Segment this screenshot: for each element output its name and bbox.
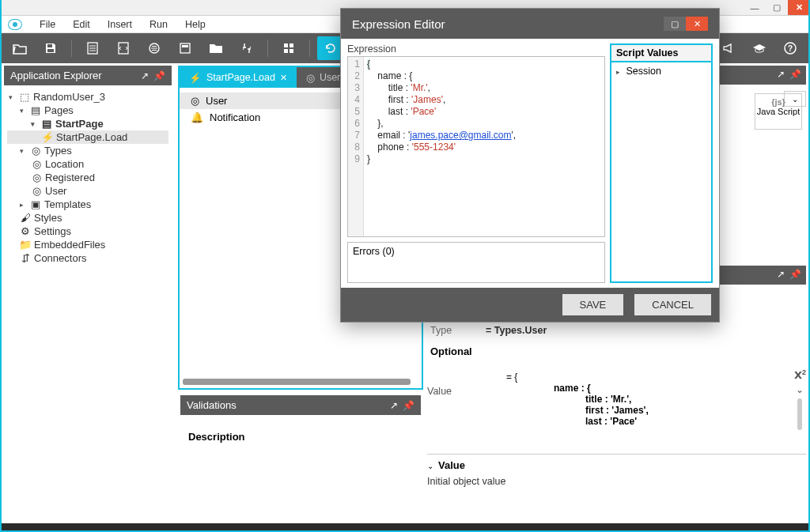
- tree-root[interactable]: ▾⬚RandomUser_3: [7, 90, 168, 104]
- tree-pages[interactable]: ▾▤Pages: [7, 104, 168, 117]
- section-value-header[interactable]: Value: [438, 459, 465, 471]
- pin-icon[interactable]: 📌: [153, 70, 165, 81]
- tree-settings[interactable]: ⚙Settings: [7, 224, 168, 238]
- type-icon: ◎: [31, 186, 42, 197]
- tree-startpage[interactable]: ▾▤StartPage: [7, 117, 168, 130]
- template-icon: ▣: [30, 199, 41, 210]
- tree-startpage-load[interactable]: ⚡StartPage.Load: [7, 130, 168, 144]
- js-badge-icon: {js}: [771, 97, 785, 107]
- pin-icon[interactable]: 📌: [789, 69, 801, 80]
- optional-label: Optional: [427, 341, 806, 362]
- dialog-close-button[interactable]: ✕: [686, 17, 708, 31]
- bolt-icon: ⚡: [189, 72, 202, 84]
- connector-icon: ⇵: [20, 253, 31, 264]
- page-icon: ▤: [30, 105, 41, 116]
- app-logo-icon: [8, 19, 22, 30]
- close-tab-icon[interactable]: ✕: [280, 73, 287, 83]
- cancel-button[interactable]: CANCEL: [634, 294, 711, 315]
- validations-description-label: Description: [188, 431, 245, 443]
- expression-code-editor[interactable]: 123456789 { name : { title : 'Mr.', firs…: [347, 56, 605, 237]
- pin-icon[interactable]: 📌: [789, 269, 801, 280]
- save-button[interactable]: SAVE: [562, 294, 624, 315]
- prop-type-label: Type: [430, 325, 470, 336]
- tree-type-registered[interactable]: ◎Registered: [7, 171, 168, 184]
- tree-embedded[interactable]: 📁EmbeddedFiles: [7, 238, 168, 251]
- javascript-tile[interactable]: {js}Java Script: [755, 93, 802, 130]
- script-value-session[interactable]: ▸ Session: [616, 66, 706, 77]
- type-icon: ◎: [31, 172, 42, 183]
- dialog-maximize-button[interactable]: ▢: [664, 17, 686, 31]
- value-preview[interactable]: = { name : { title : 'Mr.', first : 'Jam…: [483, 368, 778, 430]
- dialog-title: Expression Editor: [352, 17, 445, 31]
- scrollbar-thumb[interactable]: [797, 398, 802, 430]
- chevron-down-icon[interactable]: ⌄: [427, 462, 433, 470]
- popout-icon[interactable]: ↗: [777, 69, 785, 80]
- brush-icon: 🖌: [20, 213, 31, 224]
- taskbar: [2, 523, 808, 530]
- popout-icon[interactable]: ↗: [777, 269, 785, 280]
- page-icon: ▤: [41, 119, 52, 130]
- tree-connectors[interactable]: ⇵Connectors: [7, 251, 168, 265]
- tab-startpage-load[interactable]: ⚡StartPage.Load✕: [180, 67, 297, 88]
- line-gutter: 123456789: [348, 57, 364, 236]
- expression-edit-icon[interactable]: 𝗫2: [794, 368, 806, 381]
- explorer-title: Application Explorer: [10, 70, 102, 81]
- prop-type-value: = Types.User: [486, 325, 547, 336]
- popout-icon[interactable]: ↗: [141, 70, 149, 81]
- tree-types[interactable]: ▾◎Types: [7, 144, 168, 157]
- errors-panel: Errors (0): [347, 242, 605, 283]
- tree-styles[interactable]: 🖌Styles: [7, 211, 168, 224]
- expression-editor-dialog: Expression Editor ▢ ✕ Expression 1234567…: [340, 8, 720, 323]
- tree-type-user[interactable]: ◎User: [7, 184, 168, 198]
- expression-label: Expression: [347, 43, 605, 56]
- chevron-down-icon[interactable]: ⌄: [796, 384, 804, 395]
- folder-icon: 📁: [20, 240, 31, 251]
- explorer-tree: ▾⬚RandomUser_3 ▾▤Pages ▾▤StartPage ⚡Star…: [4, 85, 172, 270]
- tree-templates[interactable]: ▸▣Templates: [7, 198, 168, 211]
- horizontal-scrollbar[interactable]: [183, 379, 411, 385]
- value-label: Value: [427, 368, 467, 430]
- gear-icon: ⚙: [20, 226, 31, 237]
- type-icon: ◎: [31, 159, 42, 170]
- script-values-header[interactable]: Script Values: [610, 43, 713, 61]
- popout-icon[interactable]: ↗: [390, 400, 398, 411]
- type-icon: ◎: [191, 95, 199, 107]
- bell-icon: 🔔: [191, 111, 203, 123]
- pin-icon[interactable]: 📌: [403, 400, 414, 411]
- section-value-desc: Initial object value: [427, 476, 806, 487]
- tree-type-location[interactable]: ◎Location: [7, 157, 168, 171]
- sitemap-icon: ⬚: [19, 92, 30, 103]
- types-icon: ◎: [30, 145, 41, 157]
- validations-header: Validations ↗📌: [180, 395, 421, 415]
- explorer-header: Application Explorer ↗📌: [4, 66, 172, 85]
- type-icon: ◎: [306, 72, 315, 84]
- bolt-icon: ⚡: [42, 132, 53, 143]
